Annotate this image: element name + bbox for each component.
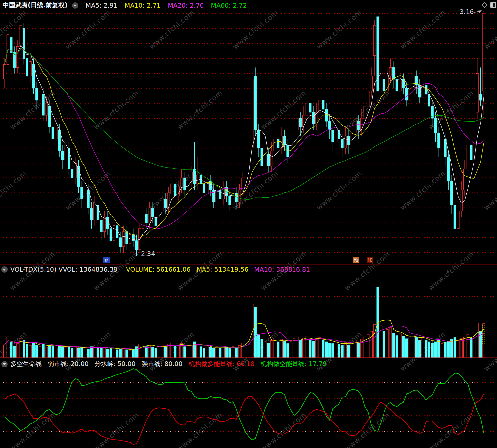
stock-title: 中国武夷(日线.前复权) xyxy=(3,1,68,10)
diamond-icon[interactable]: ◇ xyxy=(482,1,487,8)
main-chart-header: 中国武夷(日线.前复权) MA5: 2.91 MA10: 2.71 MA20: … xyxy=(3,1,247,10)
divide-line-label: 分水岭: 50.00 xyxy=(95,360,136,368)
stock-chart-window: www.cfchi.comwww.cfchi.comwww.cfchi.comw… xyxy=(0,0,497,448)
strong-line-label: 强市线: 80.00 xyxy=(142,360,183,368)
vol-ma10-value: MA10: 368816.81 xyxy=(254,266,310,273)
chevron-down-icon[interactable] xyxy=(1,266,8,273)
chart-canvas[interactable] xyxy=(0,0,497,448)
badge-cai[interactable]: 财 xyxy=(103,257,110,263)
badge-yu[interactable]: 预 xyxy=(353,257,359,263)
vol-indicator-label: VOL-TDX(5,10) VVOL: 1364836.38 xyxy=(10,266,117,273)
high-price-label: 3.16 xyxy=(460,8,474,15)
ma60-value: MA60: 2.72 xyxy=(211,2,247,9)
vol-ma5-value: MA5: 513419.56 xyxy=(197,266,248,273)
low-price-label: ←2.34 xyxy=(136,250,155,257)
chevron-down-icon[interactable] xyxy=(72,2,78,9)
volume-value: VOLUME: 561661.06 xyxy=(126,266,191,273)
long-energy-label: 机构做多能量线: 66.18 xyxy=(189,360,255,368)
volume-header: VOL-TDX(5,10) VVOL: 1364836.38 VOLUME: 5… xyxy=(1,266,310,273)
ma5-value: MA5: 2.91 xyxy=(86,2,117,9)
badge-zhang[interactable]: 涨 xyxy=(367,257,373,263)
main-pane[interactable] xyxy=(3,10,497,256)
ma20-value: MA20: 2.70 xyxy=(168,2,203,9)
panel-toggle-icon[interactable] xyxy=(490,2,496,8)
indicator-pane[interactable] xyxy=(3,369,497,444)
indicator-name: 多空生命线 xyxy=(10,360,42,368)
pane-dividers xyxy=(0,0,497,448)
volume-pane[interactable] xyxy=(3,276,497,358)
indicator-header: 多空生命线 弱市线: 20.00 分水岭: 50.00 强市线: 80.00 机… xyxy=(1,360,327,368)
weak-line-label: 弱市线: 20.00 xyxy=(48,360,89,368)
short-energy-label: 机构做空能量线: 17.79 xyxy=(260,360,327,368)
chevron-down-icon[interactable] xyxy=(1,361,8,367)
ma10-value: MA10: 2.71 xyxy=(125,2,160,9)
